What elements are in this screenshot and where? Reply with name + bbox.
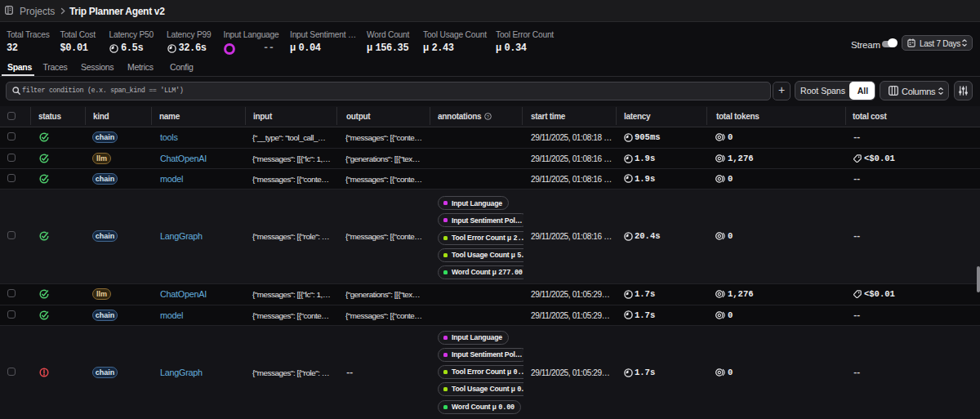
svg-text:?: ? <box>487 114 490 118</box>
